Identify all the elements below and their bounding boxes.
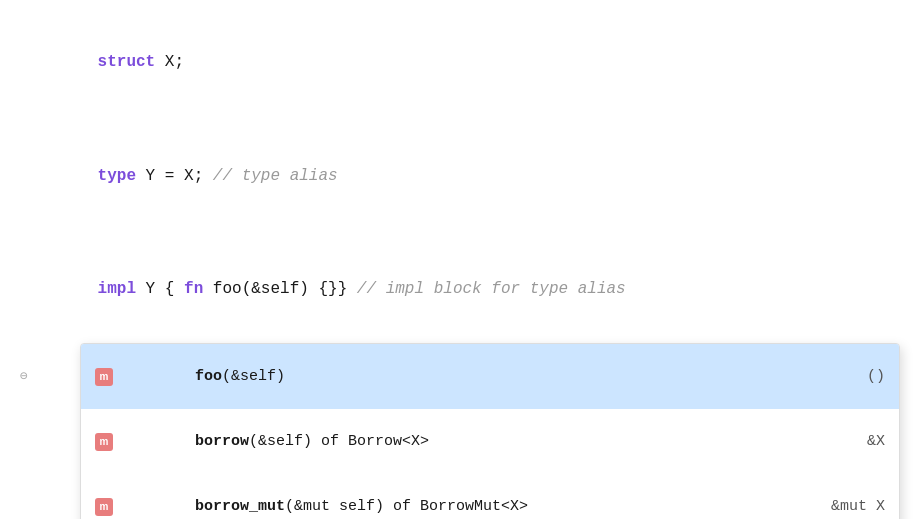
comment-impl-block: // impl block for type alias <box>357 280 626 298</box>
code-line-2 <box>0 106 916 134</box>
ac-params-borrow: (&self) of Borrow<X> <box>249 433 429 450</box>
line-content-3: type Y = X; // type alias <box>40 136 896 218</box>
autocomplete-item-foo[interactable]: m foo(&self) () <box>81 344 899 409</box>
keyword-struct: struct <box>98 53 156 71</box>
ac-name-borrow-mut: borrow_mut <box>195 498 285 515</box>
ac-name-borrow: borrow <box>195 433 249 450</box>
code-text: Y { <box>136 280 184 298</box>
code-line-4 <box>0 219 916 247</box>
ac-return-foo: () <box>867 368 885 385</box>
autocomplete-dropdown[interactable]: m foo(&self) () m borrow(&self) of Borro… <box>80 343 900 519</box>
code-text: foo(&self) {}} <box>203 280 357 298</box>
ac-return-borrow: &X <box>867 433 885 450</box>
code-line-3: type Y = X; // type alias <box>0 134 916 220</box>
keyword-fn: fn <box>184 280 203 298</box>
ac-return-borrow-mut: &mut X <box>831 498 885 515</box>
autocomplete-item-borrow-mut[interactable]: m borrow_mut(&mut self) of BorrowMut<X> … <box>81 474 899 519</box>
ac-params-borrow-mut: (&mut self) of BorrowMut<X> <box>285 498 528 515</box>
keyword-impl: impl <box>98 280 136 298</box>
line-content-5: impl Y { fn foo(&self) {}} // impl block… <box>40 249 896 331</box>
keyword-type: type <box>98 167 136 185</box>
ac-signature-borrow: borrow(&self) of Borrow<X> <box>123 416 847 467</box>
autocomplete-item-borrow[interactable]: m borrow(&self) of Borrow<X> &X <box>81 409 899 474</box>
method-icon-borrow-mut: m <box>95 498 113 516</box>
code-line-5: impl Y { fn foo(&self) {}} // impl block… <box>0 247 916 333</box>
code-editor: struct X; type Y = X; // type alias impl… <box>0 0 916 519</box>
code-line-1: struct X; <box>0 20 916 106</box>
comment-type-alias: // type alias <box>213 167 338 185</box>
ac-signature-borrow-mut: borrow_mut(&mut self) of BorrowMut<X> <box>123 481 811 519</box>
gutter-7: ⊖ <box>20 366 40 388</box>
code-text: Y = X; <box>136 167 213 185</box>
method-icon-foo: m <box>95 368 113 386</box>
ac-params-foo: (&self) <box>222 368 285 385</box>
method-icon-borrow: m <box>95 433 113 451</box>
line-content-1: struct X; <box>40 22 896 104</box>
ac-signature-foo: foo(&self) <box>123 351 847 402</box>
code-text: X; <box>155 53 184 71</box>
ac-name-foo: foo <box>195 368 222 385</box>
